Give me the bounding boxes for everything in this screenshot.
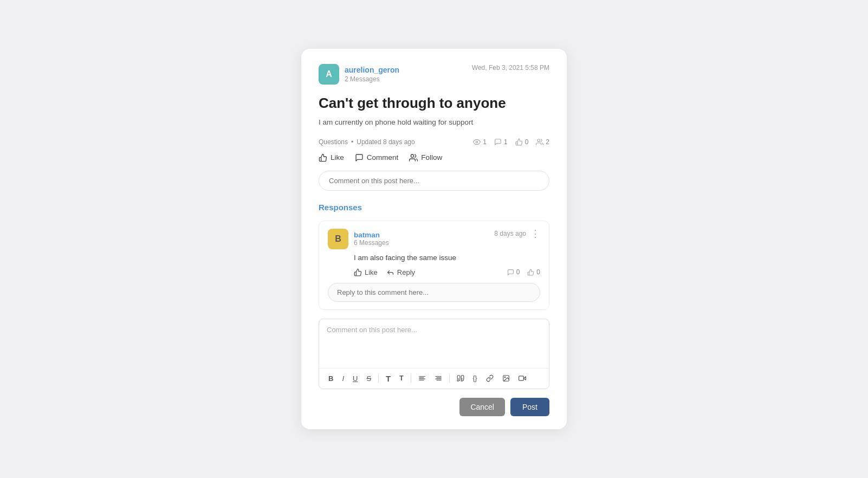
response-likes-stat: 0 bbox=[527, 268, 540, 276]
post-meta-right: 1 1 0 2 bbox=[473, 138, 549, 146]
comment-icon bbox=[494, 138, 502, 146]
response-item: B batman 6 Messages 8 days ago ⋮ I am al… bbox=[319, 221, 549, 310]
svg-point-2 bbox=[411, 154, 414, 157]
comments-stat: 1 bbox=[494, 138, 508, 146]
svg-rect-14 bbox=[519, 376, 523, 380]
toolbar-separator-2 bbox=[411, 374, 411, 383]
reply-icon bbox=[386, 268, 394, 276]
followers-stat: 2 bbox=[536, 138, 549, 146]
card-footer: Cancel Post bbox=[319, 398, 549, 416]
comment-button[interactable]: Comment bbox=[355, 153, 399, 162]
code-button[interactable]: {} bbox=[470, 373, 480, 383]
response-chat-icon bbox=[507, 269, 514, 276]
author-message-count: 2 Messages bbox=[345, 75, 399, 83]
post-body: I am currently on phone hold waiting for… bbox=[319, 118, 549, 126]
image-button[interactable] bbox=[500, 373, 513, 383]
chat-icon bbox=[355, 153, 364, 162]
responses-section: Responses B batman 6 Messages 8 days ago… bbox=[319, 203, 549, 310]
post-header-left: A aurelion_geron 2 Messages bbox=[319, 64, 399, 85]
response-author-messages: 6 Messages bbox=[354, 239, 389, 247]
response-reply-button[interactable]: Reply bbox=[386, 268, 415, 276]
author-info: aurelion_geron 2 Messages bbox=[345, 66, 399, 83]
views-stat: 1 bbox=[473, 138, 487, 146]
post-card: A aurelion_geron 2 Messages Wed, Feb 3, … bbox=[301, 49, 567, 429]
response-thumbs-up-icon bbox=[354, 268, 362, 276]
link-button[interactable] bbox=[483, 373, 496, 383]
response-comments-stat: 0 bbox=[507, 268, 520, 276]
svg-point-0 bbox=[476, 141, 478, 143]
comment-editor: Comment on this post here... B I U S T T… bbox=[319, 319, 549, 389]
response-actions-right: 0 0 bbox=[507, 268, 540, 276]
bold-button[interactable]: B bbox=[326, 373, 336, 384]
author-avatar: A bbox=[319, 64, 339, 85]
response-author-avatar: B bbox=[328, 229, 348, 249]
underline-button[interactable]: U bbox=[350, 373, 360, 384]
strikethrough-button[interactable]: S bbox=[364, 373, 374, 384]
svg-marker-13 bbox=[523, 377, 526, 380]
align-left-icon bbox=[418, 374, 426, 382]
response-actions-left: Like Reply bbox=[354, 268, 415, 276]
action-row: Like Comment Follow bbox=[319, 153, 549, 162]
align-right-button[interactable] bbox=[432, 373, 445, 383]
quote-icon bbox=[457, 374, 464, 382]
follow-icon bbox=[536, 138, 543, 146]
align-right-icon bbox=[435, 374, 442, 382]
editor-body[interactable]: Comment on this post here... bbox=[319, 319, 549, 368]
users-icon bbox=[409, 153, 418, 162]
toolbar-separator-3 bbox=[449, 374, 450, 383]
response-header: B batman 6 Messages 8 days ago ⋮ bbox=[328, 229, 540, 249]
reply-input[interactable] bbox=[328, 283, 540, 302]
post-separator: • bbox=[351, 138, 353, 146]
post-meta-row: Questions • Updated 8 days ago 1 1 0 2 bbox=[319, 138, 549, 146]
author-username[interactable]: aurelion_geron bbox=[345, 66, 399, 74]
like-button[interactable]: Like bbox=[319, 153, 344, 162]
response-like-icon bbox=[527, 269, 534, 276]
svg-point-12 bbox=[504, 377, 506, 378]
editor-placeholder: Comment on this post here... bbox=[327, 326, 417, 334]
video-button[interactable] bbox=[516, 373, 529, 383]
toolbar-separator-1 bbox=[378, 374, 379, 383]
post-timestamp: Wed, Feb 3, 2021 5:58 PM bbox=[472, 64, 549, 72]
thumbs-up-icon bbox=[319, 153, 327, 162]
image-icon bbox=[502, 374, 510, 382]
post-updated: Updated 8 days ago bbox=[357, 138, 414, 146]
follow-button[interactable]: Follow bbox=[409, 153, 442, 162]
quote-button[interactable] bbox=[454, 373, 467, 383]
post-meta-left: Questions • Updated 8 days ago bbox=[319, 138, 415, 146]
response-header-left: B batman 6 Messages bbox=[328, 229, 389, 249]
post-header: A aurelion_geron 2 Messages Wed, Feb 3, … bbox=[319, 64, 549, 85]
more-options-button[interactable]: ⋮ bbox=[530, 229, 540, 238]
link-icon bbox=[486, 374, 494, 382]
top-comment-input[interactable] bbox=[319, 171, 549, 191]
response-timestamp-area: 8 days ago ⋮ bbox=[494, 229, 540, 238]
heading1-button[interactable]: T bbox=[383, 373, 393, 384]
response-text: I am also facing the same issue bbox=[328, 254, 540, 262]
like-icon bbox=[515, 138, 523, 146]
likes-stat: 0 bbox=[515, 138, 529, 146]
post-title: Can't get through to anyone bbox=[319, 94, 549, 113]
heading2-button[interactable]: T bbox=[397, 373, 406, 383]
cancel-button[interactable]: Cancel bbox=[459, 398, 505, 416]
response-author-username[interactable]: batman bbox=[354, 231, 389, 239]
post-category: Questions bbox=[319, 138, 348, 146]
editor-toolbar: B I U S T T {} bbox=[319, 368, 549, 389]
responses-title: Responses bbox=[319, 203, 549, 212]
response-timestamp: 8 days ago bbox=[494, 230, 526, 237]
eye-icon bbox=[473, 138, 481, 146]
italic-button[interactable]: I bbox=[339, 373, 347, 384]
post-button[interactable]: Post bbox=[510, 398, 549, 416]
response-author-info: batman 6 Messages bbox=[354, 231, 389, 247]
video-icon bbox=[519, 374, 526, 382]
svg-point-1 bbox=[537, 139, 540, 142]
response-actions: Like Reply 0 0 bbox=[328, 268, 540, 276]
align-left-button[interactable] bbox=[416, 373, 429, 383]
response-like-button[interactable]: Like bbox=[354, 268, 378, 276]
